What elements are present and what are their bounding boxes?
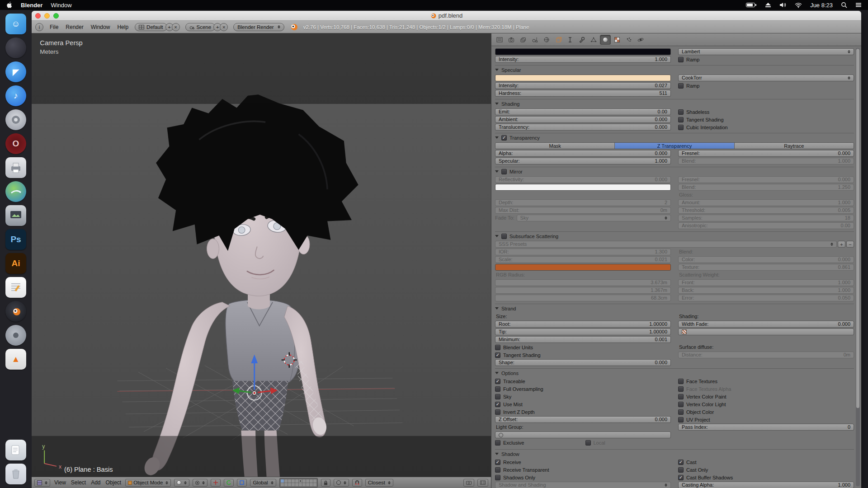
transparency-raytrace-button[interactable]: Raytrace bbox=[735, 143, 854, 149]
vertex-color-light-checkbox[interactable]: Vertex Color Light bbox=[678, 401, 854, 408]
transparency-ztransparency-button[interactable]: Z Transparency bbox=[615, 143, 734, 149]
opengl-render-anim-button[interactable] bbox=[477, 479, 488, 487]
strand-root-slider[interactable]: Root:1.00000 bbox=[495, 321, 671, 328]
character-model[interactable] bbox=[142, 94, 358, 477]
specular-shader-dropdown[interactable]: CookTorr bbox=[678, 75, 854, 81]
specular-intensity-slider[interactable]: Intensity:0.027 bbox=[495, 82, 671, 89]
pass-index-field[interactable]: Pass Index:0 bbox=[678, 424, 854, 431]
tab-render-icon[interactable] bbox=[506, 35, 517, 45]
viewport-canvas[interactable]: Camera Persp Meters y x (6) Plane : Basi… bbox=[32, 33, 491, 477]
gloss-samples-field[interactable]: Samples:18 bbox=[678, 215, 854, 221]
printer-icon[interactable] bbox=[5, 157, 26, 178]
transparency-fresnel-slider[interactable]: Fresnel:0.000 bbox=[678, 150, 854, 157]
steam-icon[interactable] bbox=[5, 38, 26, 58]
tangent-shading-checkbox[interactable]: Tangent Shading bbox=[678, 116, 854, 123]
opengl-render-image-button[interactable] bbox=[463, 479, 474, 487]
panel-header-options[interactable]: Options bbox=[495, 368, 854, 376]
transform-orientation-dropdown[interactable]: Global bbox=[250, 479, 276, 487]
shadeless-checkbox[interactable]: Shadeless bbox=[678, 108, 854, 115]
trash-icon[interactable] bbox=[5, 464, 26, 484]
diffuse-shader-dropdown[interactable]: Lambert bbox=[678, 48, 854, 55]
proportional-edit-dropdown[interactable] bbox=[334, 479, 349, 487]
panel-header-shading[interactable]: Shading bbox=[495, 99, 854, 107]
delete-scene-button[interactable]: × bbox=[220, 23, 228, 31]
apple-menu-icon[interactable] bbox=[6, 1, 13, 9]
local-checkbox[interactable]: Local bbox=[585, 439, 671, 446]
gloss-anisotropic-slider[interactable]: Anisotropic:0.00 bbox=[678, 222, 854, 229]
manipulator-rotate-button[interactable] bbox=[224, 479, 234, 487]
scene-selector[interactable]: Scene bbox=[185, 23, 216, 31]
face-textures-alpha-checkbox[interactable]: Face Textures Alpha bbox=[678, 385, 854, 392]
emit-slider[interactable]: Emit:0.00 bbox=[495, 108, 671, 115]
sss-ior-slider[interactable]: IOR:1.300 bbox=[495, 249, 671, 255]
mode-dropdown[interactable]: Object Mode bbox=[125, 479, 171, 487]
traceable-checkbox[interactable]: Traceable bbox=[495, 378, 671, 385]
sss-texture-slider[interactable]: Texture:0.861 bbox=[678, 264, 854, 271]
finder-icon[interactable]: ☺ bbox=[5, 14, 26, 34]
layers-widget[interactable] bbox=[279, 478, 318, 488]
sss-preset-add-button[interactable]: + bbox=[838, 241, 845, 248]
sss-scale-slider[interactable]: Scale:0.021 bbox=[495, 256, 671, 263]
sss-preset-remove-button[interactable]: − bbox=[846, 241, 854, 248]
transparency-enable-checkbox[interactable] bbox=[501, 135, 507, 141]
vertex-color-paint-checkbox[interactable]: Vertex Color Paint bbox=[678, 393, 854, 400]
diffuse-ramp-checkbox[interactable]: Ramp bbox=[678, 56, 854, 63]
cubic-interpolation-checkbox[interactable]: Cubic Interpolation bbox=[678, 124, 854, 131]
use-mist-checkbox[interactable]: Use Mist bbox=[495, 401, 671, 408]
sss-enable-checkbox[interactable] bbox=[501, 234, 507, 239]
blender-icon[interactable] bbox=[5, 301, 26, 322]
panel-header-mirror[interactable]: Mirror bbox=[495, 167, 854, 175]
viewport-shading-dropdown[interactable] bbox=[174, 479, 189, 487]
surface-distance-slider[interactable]: Distance:0m bbox=[678, 352, 854, 358]
width-fade-slider[interactable]: Width Fade:0.000 bbox=[678, 321, 854, 328]
mirror-enable-checkbox[interactable] bbox=[501, 169, 507, 174]
strand-minimum-slider[interactable]: Minimum:0.001 bbox=[495, 336, 671, 343]
render-menu[interactable]: Render bbox=[65, 23, 84, 31]
mirror-fresnel-slider[interactable]: Fresnel:0.000 bbox=[678, 176, 854, 183]
sss-color-blend-slider[interactable]: Color:0.000 bbox=[678, 256, 854, 263]
screenshot-icon[interactable] bbox=[5, 205, 26, 226]
face-textures-checkbox[interactable]: Face Textures bbox=[678, 378, 854, 385]
alpha-slider[interactable]: Alpha:0.000 bbox=[495, 150, 671, 157]
safari-icon[interactable]: ◤ bbox=[5, 61, 26, 82]
window-titlebar[interactable]: pdf.blend bbox=[32, 11, 861, 21]
google-earth-icon[interactable] bbox=[5, 181, 26, 202]
cast-only-checkbox[interactable]: Cast Only bbox=[678, 466, 854, 473]
panel-header-strand[interactable]: Strand bbox=[495, 304, 854, 312]
view-menu[interactable]: View bbox=[53, 479, 67, 486]
scrollbar-thumb[interactable] bbox=[856, 49, 859, 408]
exclusive-checkbox[interactable]: Exclusive bbox=[495, 439, 581, 446]
panel-header-transparency[interactable]: Transparency bbox=[495, 133, 854, 141]
select-menu[interactable]: Select bbox=[70, 479, 87, 486]
translucency-slider[interactable]: Translucency:0.000 bbox=[495, 124, 671, 131]
tab-physics-icon[interactable] bbox=[635, 35, 646, 45]
tab-texture-icon[interactable] bbox=[612, 35, 623, 45]
invert-z-depth-checkbox[interactable]: Invert Z Depth bbox=[495, 408, 671, 415]
full-oversampling-checkbox[interactable]: Full Oversampling bbox=[495, 385, 671, 392]
mirror-depth-field[interactable]: Depth:2 bbox=[495, 199, 671, 206]
specular-hardness-slider[interactable]: Hardness:511 bbox=[495, 90, 671, 97]
blender-units-checkbox[interactable]: Blender Units bbox=[495, 344, 671, 351]
strand-tip-slider[interactable]: Tip:1.00000 bbox=[495, 328, 671, 335]
add-menu[interactable]: Add bbox=[90, 479, 101, 486]
reflectivity-slider[interactable]: Reflectivity:0.000 bbox=[495, 176, 671, 183]
sss-front-slider[interactable]: Front:1.000 bbox=[678, 279, 854, 286]
sss-radius-b-field[interactable]: 68.3cm bbox=[495, 295, 671, 301]
transparency-blend-slider[interactable]: Blend:1.000 bbox=[678, 158, 854, 164]
file-menu[interactable]: File bbox=[49, 23, 59, 31]
strand-shape-slider[interactable]: Shape:0.000 bbox=[495, 359, 671, 366]
tab-object-icon[interactable] bbox=[553, 35, 564, 45]
fadeto-dropdown[interactable]: Sky bbox=[517, 215, 671, 221]
pivot-point-dropdown[interactable] bbox=[193, 479, 208, 487]
manipulator-scale-button[interactable] bbox=[237, 479, 247, 487]
tab-modifiers-icon[interactable] bbox=[576, 35, 587, 45]
mirror-color-swatch[interactable] bbox=[495, 184, 671, 191]
diffuse-intensity-slider[interactable]: Intensity:1.000 bbox=[495, 56, 671, 63]
properties-scrollbar[interactable] bbox=[856, 48, 860, 486]
sss-presets-dropdown[interactable]: SSS Presets bbox=[495, 241, 837, 248]
window-menu[interactable]: Window bbox=[90, 23, 111, 31]
transparency-specular-slider[interactable]: Specular:1.000 bbox=[495, 158, 671, 164]
mirror-blend-slider[interactable]: Blend:1.250 bbox=[678, 184, 854, 191]
sss-back-slider[interactable]: Back:1.000 bbox=[678, 287, 854, 294]
itunes-icon[interactable]: ♪ bbox=[5, 85, 26, 106]
